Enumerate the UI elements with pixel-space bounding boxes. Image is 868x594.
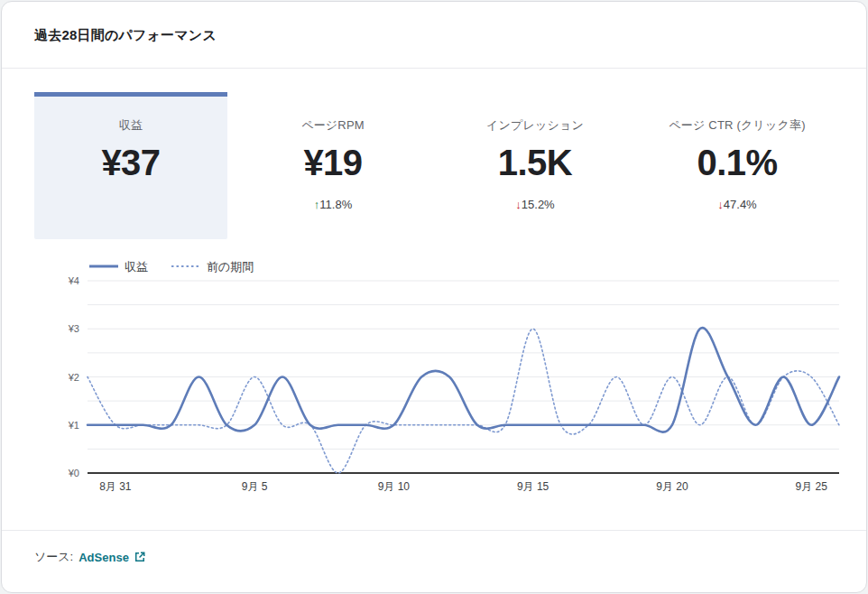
- legend-label-previous: 前の期間: [207, 260, 254, 274]
- current-period-line: [88, 328, 839, 432]
- metric-delta: [34, 198, 227, 212]
- metric-card-revenue[interactable]: 収益 ¥37: [34, 92, 227, 239]
- delta-text: 15.2%: [522, 198, 555, 211]
- x-tick-label: 9月 20: [656, 480, 688, 493]
- y-tick-label: ¥4: [68, 275, 79, 286]
- performance-chart[interactable]: ¥0¥1¥2¥3¥48月 319月 59月 109月 159月 209月 25収…: [29, 254, 852, 499]
- metric-delta: ↑11.8%: [236, 198, 429, 212]
- x-tick-label: 9月 25: [795, 480, 827, 493]
- x-tick-label: 9月 5: [242, 480, 268, 493]
- metric-card-impressions[interactable]: インプレッション 1.5K ↓15.2%: [439, 92, 632, 239]
- metric-value: ¥19: [236, 143, 429, 183]
- delta-text: 11.8%: [319, 198, 352, 211]
- x-tick-label: 8月 31: [99, 480, 132, 493]
- metric-label: ページRPM: [236, 117, 429, 134]
- widget-footer: ソース: AdSense: [2, 530, 866, 583]
- metric-value: 0.1%: [641, 143, 834, 183]
- metric-label: ページ CTR (クリック率): [641, 117, 834, 134]
- y-tick-label: ¥1: [68, 420, 79, 431]
- y-tick-label: ¥0: [68, 468, 79, 478]
- metric-card-page-rpm[interactable]: ページRPM ¥19 ↑11.8%: [236, 92, 429, 239]
- widget-title: 過去28日間のパフォーマンス: [34, 27, 834, 44]
- header-divider: [2, 68, 866, 69]
- metric-label: インプレッション: [439, 117, 632, 134]
- metric-delta: ↓15.2%: [439, 198, 632, 212]
- adsense-link-text: AdSense: [78, 551, 129, 564]
- metrics-row: 収益 ¥37 ページRPM ¥19 ↑11.8% インプレッション 1.5K ↓…: [34, 92, 834, 239]
- legend-label-current: 収益: [125, 260, 148, 274]
- metric-label: 収益: [34, 117, 227, 134]
- source-label: ソース:: [34, 549, 73, 565]
- x-tick-label: 9月 10: [378, 480, 411, 493]
- metric-value: 1.5K: [439, 143, 632, 183]
- delta-text: 47.4%: [724, 198, 757, 211]
- widget-header: 過去28日間のパフォーマンス: [2, 2, 866, 68]
- y-tick-label: ¥3: [68, 323, 79, 334]
- performance-widget: 過去28日間のパフォーマンス 収益 ¥37 ページRPM ¥19 ↑11.8% …: [1, 1, 867, 593]
- metric-card-page-ctr[interactable]: ページ CTR (クリック率) 0.1% ↓47.4%: [641, 92, 834, 239]
- external-link-icon: [134, 551, 146, 563]
- revenue-chart-block[interactable]: ¥0¥1¥2¥3¥48月 319月 59月 109月 159月 209月 25収…: [29, 254, 852, 499]
- adsense-link[interactable]: AdSense: [78, 551, 146, 564]
- metric-value: ¥37: [34, 143, 227, 183]
- y-tick-label: ¥2: [68, 372, 79, 383]
- metric-delta: ↓47.4%: [641, 198, 834, 212]
- x-tick-label: 9月 15: [517, 480, 549, 493]
- selected-indicator-bar: [34, 92, 227, 97]
